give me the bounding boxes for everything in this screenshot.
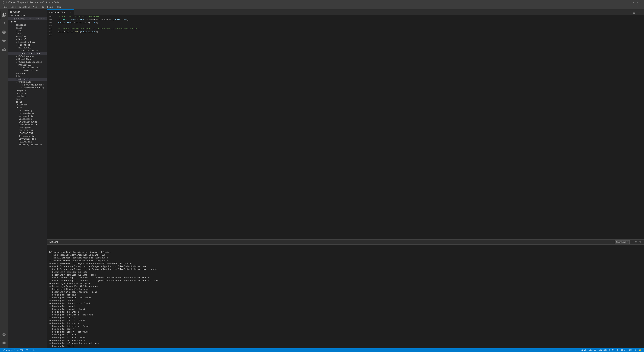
terminal-shell-select[interactable]: 1: cmd.exe 2: bash [615,240,630,244]
language-item[interactable]: C++ [627,348,634,352]
minimize-button[interactable]: ─ [632,1,634,4]
line-ending-label: CRLF [621,349,626,351]
explorer-activity-icon[interactable] [0,11,8,19]
sidebar-item-gitignore[interactable]: .gitignore [8,118,46,120]
sidebar-item-brainf[interactable]: ▸ BrainF [8,38,46,41]
llvm-section[interactable]: ▾ LLVM [8,20,46,24]
feedback-item[interactable]: ☺ [634,348,638,352]
sidebar-item-llvmbuild-root[interactable]: LLVMBuild.txt [8,138,46,140]
search-activity-icon[interactable] [0,19,8,27]
sidebar-item-exceptiondemo[interactable]: ▸ ExceptionDemo [8,41,46,43]
sidebar-item-license[interactable]: LICENSE.TXT [8,132,46,135]
menu-file[interactable]: File [1,6,9,9]
source-control-activity-icon[interactable] [0,28,8,36]
sidebar-item-llvm-spec[interactable]: llvm.spec.in [8,135,46,138]
sidebar-item-clang-format[interactable]: .clang-format [8,112,46,115]
line-col-item[interactable]: Ln 71, Col 56 [579,348,598,352]
sidebar-item-arcconfig[interactable]: .arcconfig [8,109,46,112]
extensions-activity-icon[interactable] [0,45,8,54]
sidebar-item-unittests[interactable]: ▸ unittests [8,103,46,106]
sidebar: EXPLORER ▾ OPEN EDITORS ◉ HowToUseJIT.cp… [8,9,46,348]
more-actions-icon[interactable]: ··· [636,11,643,15]
sidebar-item-cmakelists-parallel[interactable]: CMakeLists.txt [8,66,46,69]
line-ending-item[interactable]: CRLF [620,348,627,352]
sidebar-item-runtimes[interactable]: ▸ runtimes [8,95,46,98]
terminal-line: -- Looking for execinfo.h - not found [49,314,642,317]
tab-close-button[interactable]: × [70,11,72,14]
code-editor[interactable]: 117 // Pass Ten to the call to AddIF 118… [46,15,644,239]
sidebar-item-lib[interactable]: ▸ lib [8,75,46,78]
menu-go[interactable]: Go [40,6,45,9]
statusbar-left: ⎇ master* ⊗ 2961:01 △ 0 [1,348,36,352]
sidebar-item-readme[interactable]: README.txt [8,140,46,143]
tab-label: HowToUseJIT.cpp [49,11,68,14]
main-layout: EXPLORER ▾ OPEN EDITORS ◉ HowToUseJIT.cp… [0,9,644,348]
tab-howtousejit[interactable]: HowToUseJIT.cpp × [46,9,74,15]
menu-view[interactable]: View [32,6,40,9]
sidebar-item-clang-tidy[interactable]: .clang-tidy [8,115,46,118]
maximize-button[interactable]: □ [636,1,638,4]
close-button[interactable]: ✕ [640,1,642,4]
sidebar-item-configure[interactable]: configure [8,126,46,129]
menu-help[interactable]: Help [55,6,63,9]
terminal-line: -- Looking for malloc.h - found [49,337,642,339]
sidebar-item-ninja-build[interactable]: ▾ ninja-build [8,78,46,81]
app-icon: ⬡ [2,1,4,4]
sidebar-item-tools[interactable]: ▸ tools [8,101,46,103]
sidebar-item-howtousejit[interactable]: ▾ HowToUseJIT [8,46,46,49]
encoding-item[interactable]: UTF-8 [611,348,620,352]
terminal-kill-button[interactable]: 🗑 [639,240,642,244]
menu-edit[interactable]: Edit [10,6,17,9]
menu-selection[interactable]: Selection [18,6,31,9]
terminal-line: -- Looking for link.h - not found [49,331,642,334]
sidebar-item-resources[interactable]: ▸ resources [8,92,46,95]
sidebar-item-howtousejit-cpp[interactable]: HowToUseJIT.cpp [8,52,46,55]
sidebar-item-test[interactable]: ▸ test [8,98,46,101]
terminal-area: TERMINAL 1: cmd.exe 2: bash + ⊟ 🗑 D:\lea… [46,239,644,348]
terminal-tab-label[interactable]: TERMINAL [49,241,58,243]
terminal-line: -- Looking for malloc.h [49,334,642,337]
sidebar-item-cmakelists-jit[interactable]: CMakeLists.txt [8,49,46,52]
settings-activity-icon[interactable] [0,339,8,347]
sidebar-item-modulemaker[interactable]: ▸ ModuleMaker [8,58,46,61]
sidebar-item-build[interactable]: ▸ build [8,26,46,29]
terminal-line: -- Detecting CXX compile features [49,288,642,291]
sidebar-item-kaleidoscope[interactable]: ▸ Kaleidoscope [8,55,46,58]
sidebar-item-bindings[interactable]: ▸ bindings [8,24,46,26]
notifications-item[interactable]: 🔔 [638,348,643,352]
terminal-add-button[interactable]: + [631,241,634,244]
terminal-content[interactable]: D:\leagmain\coding\llvm\ninja-build>cmak… [46,245,644,348]
terminal-line: -- Looking for dirent.h [49,294,642,297]
menu-debug[interactable]: Debug [46,6,55,9]
account-activity-icon[interactable] [0,330,8,338]
sidebar-item-cpacksource[interactable]: CPackSourceConfig.cmake [8,86,46,89]
sidebar-item-utils[interactable]: ▾ utils [8,106,46,109]
sidebar-item-release-testers[interactable]: RELEASE_TESTERS.TXT [8,143,46,146]
sidebar-item-cmakefiles[interactable]: ▾ CMakeFiles [8,81,46,83]
sidebar-item-llvmbuild-parallel[interactable]: LLVMBuild.txt [8,69,46,72]
sidebar-item-fibonacci[interactable]: ▸ Fibonacci [8,43,46,46]
sidebar-item-cmake[interactable]: ▸ cmake [8,29,46,32]
sidebar-item-projects[interactable]: ▸ projects [8,89,46,92]
spaces-item[interactable]: Spaces: 2 [598,348,611,352]
errors-item[interactable]: ⊗ 2961:01 [16,348,30,352]
sidebar-item-docs[interactable]: ▸ docs [8,32,46,35]
sidebar-item-ocaml[interactable]: ▸ OCaml-Kaleidoscope [8,61,46,63]
sidebar-item-code-owners[interactable]: CODE_OWNERS.TXT [8,123,46,126]
open-editor-item[interactable]: ◉ HowToUseJIT.cpp examples/HowToUseJIT [8,17,46,20]
sidebar-item-examples[interactable]: ▾ examples [8,35,46,38]
sidebar-item-paralleljit[interactable]: ▾ ParallelJIT [8,63,46,66]
editor-toolbar-right: ⊟ ··· [632,10,644,15]
sidebar-item-cmakelists-root[interactable]: CMakeLists.txt [8,120,46,123]
split-editor-icon[interactable]: ⊟ [632,10,636,15]
sidebar-item-cpackconfig[interactable]: CPackConfig.cmake [8,83,46,86]
warnings-item[interactable]: △ 0 [30,348,36,352]
terminal-split-button[interactable]: ⊟ [635,240,637,244]
sidebar-item-include[interactable]: ▸ include [8,72,46,75]
cpp-file-icon: ◉ [14,18,16,20]
sidebar-item-credits[interactable]: CREDITS.TXT [8,129,46,132]
git-branch-item[interactable]: ⎇ master* [1,348,16,352]
open-editors-section[interactable]: ▾ OPEN EDITORS [8,14,46,17]
terminal-line: -- The CXX compiler identification is Cl… [49,257,642,260]
debug-activity-icon[interactable] [0,37,8,45]
